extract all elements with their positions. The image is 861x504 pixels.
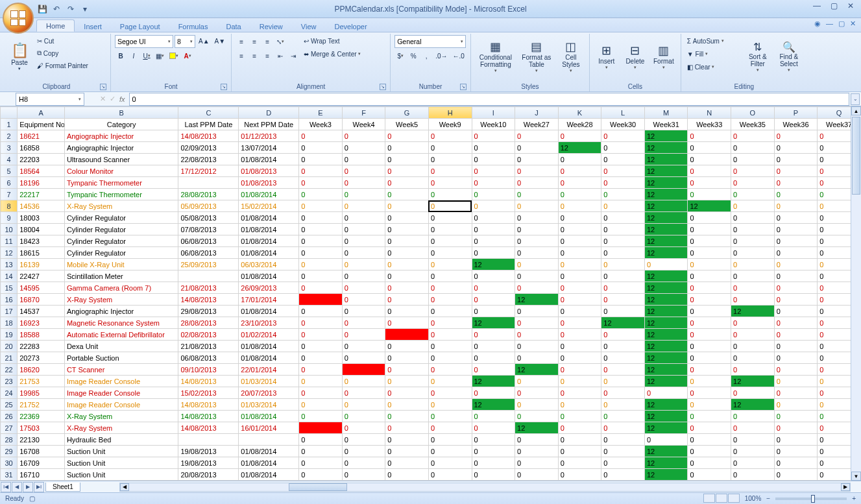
cell-E3[interactable]: 0 bbox=[299, 142, 343, 154]
cell-O24[interactable]: 0 bbox=[731, 387, 775, 399]
cell-B6[interactable]: Tympanic Thermometer bbox=[64, 177, 178, 189]
cell-C1[interactable]: Last PPM Date bbox=[178, 119, 239, 130]
cell-F20[interactable]: 0 bbox=[342, 341, 385, 352]
cell-I6[interactable]: 0 bbox=[472, 177, 515, 189]
cell-M18[interactable]: 12 bbox=[644, 317, 688, 329]
cell-D10[interactable]: 01/08/2014 bbox=[239, 224, 299, 235]
cell-I3[interactable]: 0 bbox=[472, 142, 515, 154]
cell-C11[interactable]: 06/08/2013 bbox=[178, 235, 239, 247]
expand-formula-bar-icon[interactable]: ⌄ bbox=[851, 93, 860, 105]
cell-G6[interactable]: 0 bbox=[385, 177, 429, 189]
cell-B13[interactable]: Mobile X-Ray Unit bbox=[64, 259, 178, 270]
cell-J9[interactable]: 0 bbox=[515, 212, 559, 224]
cell-H28[interactable]: 0 bbox=[428, 434, 472, 446]
cell-J2[interactable]: 0 bbox=[515, 130, 559, 142]
cell-P24[interactable]: 0 bbox=[774, 387, 818, 399]
cell-E14[interactable]: 0 bbox=[299, 270, 343, 282]
cell-H29[interactable]: 0 bbox=[428, 446, 472, 457]
cell-D2[interactable]: 01/12/2013 bbox=[239, 130, 299, 142]
cell-N28[interactable]: 0 bbox=[688, 434, 731, 446]
cell-E10[interactable]: 0 bbox=[299, 224, 343, 235]
cell-N24[interactable]: 0 bbox=[688, 387, 731, 399]
cell-O30[interactable]: 0 bbox=[731, 457, 775, 469]
cell-L10[interactable]: 0 bbox=[601, 224, 645, 235]
cell-J17[interactable]: 0 bbox=[515, 306, 559, 317]
cell-J14[interactable]: 0 bbox=[515, 270, 559, 282]
worksheet-grid[interactable]: ABCDEFGHIJKLMNOPQ1Equipment NoCategoryLa… bbox=[0, 106, 861, 481]
cell-F2[interactable]: 0 bbox=[342, 130, 385, 142]
cell-H17[interactable]: 0 bbox=[428, 306, 472, 317]
row-header-23[interactable]: 23 bbox=[1, 376, 18, 387]
cell-K18[interactable]: 0 bbox=[558, 317, 601, 329]
cell-O29[interactable]: 0 bbox=[731, 446, 775, 457]
cell-O23[interactable]: 12 bbox=[731, 376, 775, 387]
cell-C27[interactable]: 14/08/2013 bbox=[178, 422, 239, 434]
cell-G15[interactable]: 0 bbox=[385, 282, 429, 294]
row-header-4[interactable]: 4 bbox=[1, 154, 18, 165]
cell-C21[interactable]: 06/08/2013 bbox=[178, 352, 239, 364]
zoom-level[interactable]: 100% bbox=[745, 495, 762, 502]
cell-E30[interactable]: 0 bbox=[299, 457, 343, 469]
cell-P23[interactable]: 0 bbox=[774, 376, 818, 387]
cell-D24[interactable]: 20/07/2013 bbox=[239, 387, 299, 399]
row-header-14[interactable]: 14 bbox=[1, 270, 18, 282]
cell-A21[interactable]: 20273 bbox=[18, 352, 65, 364]
cell-K21[interactable]: 0 bbox=[558, 352, 601, 364]
format-painter-button[interactable]: 🖌 Format Painter bbox=[35, 60, 106, 71]
cell-E23[interactable]: 0 bbox=[299, 376, 343, 387]
insert-cells-button[interactable]: ⊞Insert▾ bbox=[594, 35, 620, 78]
scroll-right-icon[interactable]: ▶ bbox=[841, 483, 850, 491]
cell-N11[interactable]: 0 bbox=[688, 235, 731, 247]
cell-F7[interactable]: 0 bbox=[342, 189, 385, 200]
cell-K11[interactable]: 0 bbox=[558, 235, 601, 247]
cell-B19[interactable]: Automatic External Defibrillator bbox=[64, 329, 178, 341]
cell-P1[interactable]: Week36 bbox=[774, 119, 818, 130]
cell-I11[interactable]: 0 bbox=[472, 235, 515, 247]
cell-B28[interactable]: Hydraulic Bed bbox=[64, 434, 178, 446]
cell-G2[interactable]: 0 bbox=[385, 130, 429, 142]
cell-M5[interactable]: 12 bbox=[644, 165, 688, 177]
row-header-16[interactable]: 16 bbox=[1, 294, 18, 306]
cell-E1[interactable]: Week3 bbox=[299, 119, 343, 130]
row-header-10[interactable]: 10 bbox=[1, 224, 18, 235]
row-header-17[interactable]: 17 bbox=[1, 306, 18, 317]
cell-E12[interactable]: 0 bbox=[299, 247, 343, 259]
cell-G5[interactable]: 0 bbox=[385, 165, 429, 177]
align-top-button[interactable]: ≡ bbox=[236, 36, 247, 47]
cell-H19[interactable]: 0 bbox=[428, 329, 472, 341]
cell-M28[interactable]: 0 bbox=[644, 434, 688, 446]
cell-E24[interactable]: 0 bbox=[299, 387, 343, 399]
shrink-font-button[interactable]: A▼ bbox=[213, 35, 228, 47]
format-cells-button[interactable]: ▥Format▾ bbox=[651, 35, 677, 78]
cell-B29[interactable]: Suction Unit bbox=[64, 446, 178, 457]
cell-O18[interactable]: 0 bbox=[731, 317, 775, 329]
cell-C22[interactable]: 09/10/2013 bbox=[178, 364, 239, 376]
qat-more-icon[interactable]: ▾ bbox=[79, 3, 91, 15]
cell-F12[interactable]: 0 bbox=[342, 247, 385, 259]
cell-E26[interactable]: 0 bbox=[299, 411, 343, 422]
cell-D6[interactable]: 01/08/2013 bbox=[239, 177, 299, 189]
cell-F15[interactable]: 0 bbox=[342, 282, 385, 294]
tab-formulas[interactable]: Formulas bbox=[169, 21, 217, 32]
cell-L27[interactable]: 0 bbox=[601, 422, 645, 434]
autosum-button[interactable]: Σ AutoSum ▾ bbox=[685, 35, 741, 47]
cell-I8[interactable]: 0 bbox=[472, 200, 515, 212]
cell-N30[interactable]: 0 bbox=[688, 457, 731, 469]
cell-I14[interactable]: 0 bbox=[472, 270, 515, 282]
cell-P28[interactable]: 0 bbox=[774, 434, 818, 446]
col-header-G[interactable]: G bbox=[385, 107, 429, 119]
cell-O1[interactable]: Week35 bbox=[731, 119, 775, 130]
font-launcher-icon[interactable]: ↘ bbox=[221, 84, 227, 90]
cell-L24[interactable]: 0 bbox=[601, 387, 645, 399]
cell-I22[interactable]: 0 bbox=[472, 364, 515, 376]
cell-E4[interactable]: 0 bbox=[299, 154, 343, 165]
row-header-18[interactable]: 18 bbox=[1, 317, 18, 329]
cell-F29[interactable]: 0 bbox=[342, 446, 385, 457]
sheet-next-icon[interactable]: ▶ bbox=[23, 482, 33, 492]
cell-D11[interactable]: 01/08/2014 bbox=[239, 235, 299, 247]
accounting-format-button[interactable]: $▾ bbox=[394, 50, 406, 62]
cell-O15[interactable]: 0 bbox=[731, 282, 775, 294]
cell-H30[interactable]: 0 bbox=[428, 457, 472, 469]
cell-I29[interactable]: 0 bbox=[472, 446, 515, 457]
cell-A27[interactable]: 17503 bbox=[18, 422, 65, 434]
